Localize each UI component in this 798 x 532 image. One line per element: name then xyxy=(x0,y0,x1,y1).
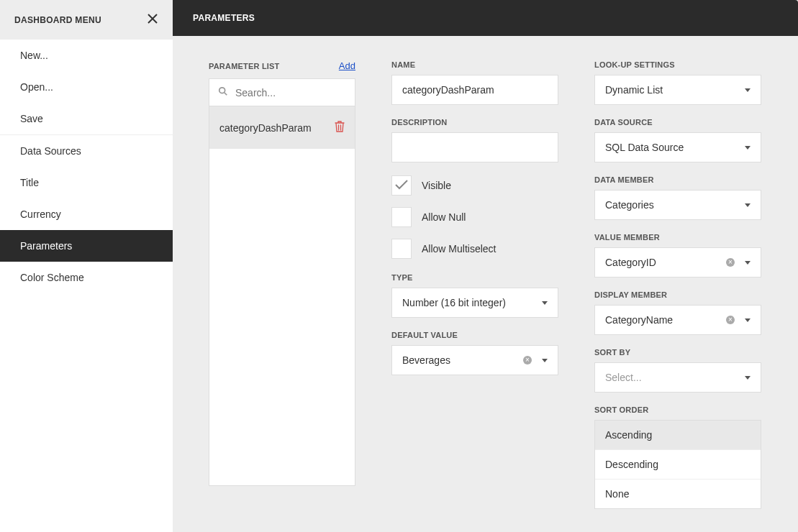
display-member-value: CategoryName xyxy=(605,314,673,326)
param-list-header: PARAMETER LIST Add xyxy=(209,60,355,71)
app-root: DASHBOARD MENU New... Open... Save Data … xyxy=(0,0,798,532)
search-input[interactable] xyxy=(235,87,346,98)
data-source-label: DATA SOURCE xyxy=(594,118,761,127)
allow-null-checkbox[interactable] xyxy=(391,207,412,227)
visible-row: Visible xyxy=(391,175,558,196)
sort-by-placeholder: Select... xyxy=(605,372,642,383)
sort-order-label: SORT ORDER xyxy=(594,405,761,414)
lookup-settings-dropdown[interactable]: Dynamic List xyxy=(594,75,761,105)
dropdown-icons xyxy=(726,258,751,267)
search-icon xyxy=(218,86,228,98)
dropdown-icons xyxy=(726,316,751,324)
sidebar: DASHBOARD MENU New... Open... Save Data … xyxy=(0,0,173,532)
sort-order-list: Ascending Descending None xyxy=(594,420,761,509)
default-value-dropdown[interactable]: Beverages xyxy=(391,345,558,375)
type-dropdown[interactable]: Number (16 bit integer) xyxy=(391,288,558,318)
param-list: categoryDashParam xyxy=(209,106,355,486)
dropdown-icons xyxy=(745,376,751,380)
sort-order-descending[interactable]: Descending xyxy=(595,449,761,479)
allow-multi-row: Allow Multiselect xyxy=(391,239,558,259)
main: PARAMETERS PARAMETER LIST Add categoryDa… xyxy=(173,0,798,532)
sort-order-none[interactable]: None xyxy=(595,479,761,508)
lookup-settings-value: Dynamic List xyxy=(605,84,663,96)
lookup-settings-label: LOOK-UP SETTINGS xyxy=(594,60,761,69)
sort-order-field: SORT ORDER Ascending Descending None xyxy=(594,405,761,509)
sort-by-field: SORT BY Select... xyxy=(594,348,761,393)
data-source-value: SQL Data Source xyxy=(605,142,684,153)
topbar-title: PARAMETERS xyxy=(193,13,255,23)
value-member-value: CategoryID xyxy=(605,257,656,268)
menu-item-new[interactable]: New... xyxy=(0,40,173,71)
search-box[interactable] xyxy=(209,78,355,106)
chevron-down-icon xyxy=(542,359,548,362)
menu-item-currency[interactable]: Currency xyxy=(0,198,173,230)
menu-item-title[interactable]: Title xyxy=(0,167,173,198)
data-source-dropdown[interactable]: SQL Data Source xyxy=(594,132,761,162)
menu-item-data-sources[interactable]: Data Sources xyxy=(0,135,173,167)
visible-label: Visible xyxy=(422,180,451,191)
name-field: NAME xyxy=(391,60,558,105)
menu-item-color-scheme[interactable]: Color Scheme xyxy=(0,262,173,293)
allow-null-row: Allow Null xyxy=(391,207,558,227)
topbar: PARAMETERS xyxy=(173,0,798,36)
data-member-field: DATA MEMBER Categories xyxy=(594,175,761,220)
display-member-dropdown[interactable]: CategoryName xyxy=(594,305,761,335)
description-label: DESCRIPTION xyxy=(391,118,558,127)
sidebar-title: DASHBOARD MENU xyxy=(14,15,101,25)
value-member-label: VALUE MEMBER xyxy=(594,233,761,242)
dropdown-icons xyxy=(523,356,548,364)
dropdown-icons xyxy=(542,301,548,305)
svg-line-1 xyxy=(225,93,227,96)
chevron-down-icon xyxy=(542,301,548,305)
data-source-field: DATA SOURCE SQL Data Source xyxy=(594,118,761,162)
clear-icon[interactable] xyxy=(726,316,735,324)
clear-icon[interactable] xyxy=(523,356,532,364)
param-item-categoryDashParam[interactable]: categoryDashParam xyxy=(209,106,355,149)
chevron-down-icon xyxy=(745,376,751,380)
chevron-down-icon xyxy=(745,261,751,265)
menu-item-open[interactable]: Open... xyxy=(0,71,173,103)
type-field: TYPE Number (16 bit integer) xyxy=(391,273,558,318)
sort-by-label: SORT BY xyxy=(594,348,761,357)
name-input[interactable] xyxy=(391,75,558,105)
chevron-down-icon xyxy=(745,318,751,322)
visible-checkbox[interactable] xyxy=(391,175,412,196)
close-icon[interactable] xyxy=(147,13,158,27)
content: PARAMETER LIST Add categoryDashParam xyxy=(173,36,798,532)
sort-order-ascending[interactable]: Ascending xyxy=(595,421,761,449)
dropdown-icons xyxy=(745,146,751,150)
form-col-middle: NAME DESCRIPTION Visible xyxy=(391,60,558,508)
param-list-label: PARAMETER LIST xyxy=(209,62,280,70)
value-member-dropdown[interactable]: CategoryID xyxy=(594,247,761,278)
name-label: NAME xyxy=(391,60,558,69)
add-parameter-link[interactable]: Add xyxy=(339,60,355,71)
clear-icon[interactable] xyxy=(726,258,735,267)
type-label: TYPE xyxy=(391,273,558,282)
param-item-label: categoryDashParam xyxy=(219,122,312,134)
form-col-right: LOOK-UP SETTINGS Dynamic List DATA SOURC… xyxy=(594,60,761,508)
data-member-dropdown[interactable]: Categories xyxy=(594,190,761,220)
display-member-label: DISPLAY MEMBER xyxy=(594,290,761,299)
dropdown-icons xyxy=(745,88,751,92)
data-member-label: DATA MEMBER xyxy=(594,175,761,184)
allow-multi-checkbox[interactable] xyxy=(391,239,412,259)
svg-point-0 xyxy=(219,88,225,93)
check-icon xyxy=(395,180,408,192)
trash-icon[interactable] xyxy=(335,121,345,134)
dropdown-icons xyxy=(745,203,751,207)
type-value: Number (16 bit integer) xyxy=(402,297,506,308)
default-value-field: DEFAULT VALUE Beverages xyxy=(391,331,558,375)
chevron-down-icon xyxy=(745,146,751,150)
chevron-down-icon xyxy=(745,88,751,92)
allow-multi-label: Allow Multiselect xyxy=(422,243,496,254)
data-member-value: Categories xyxy=(605,199,654,211)
display-member-field: DISPLAY MEMBER CategoryName xyxy=(594,290,761,335)
default-value-value: Beverages xyxy=(402,354,450,366)
menu-item-parameters[interactable]: Parameters xyxy=(0,230,173,262)
menu-item-save[interactable]: Save xyxy=(0,103,173,134)
parameter-list-panel: PARAMETER LIST Add categoryDashParam xyxy=(209,60,355,508)
description-input[interactable] xyxy=(391,132,558,162)
lookup-settings-field: LOOK-UP SETTINGS Dynamic List xyxy=(594,60,761,105)
sort-by-dropdown[interactable]: Select... xyxy=(594,362,761,393)
allow-null-label: Allow Null xyxy=(422,211,466,223)
